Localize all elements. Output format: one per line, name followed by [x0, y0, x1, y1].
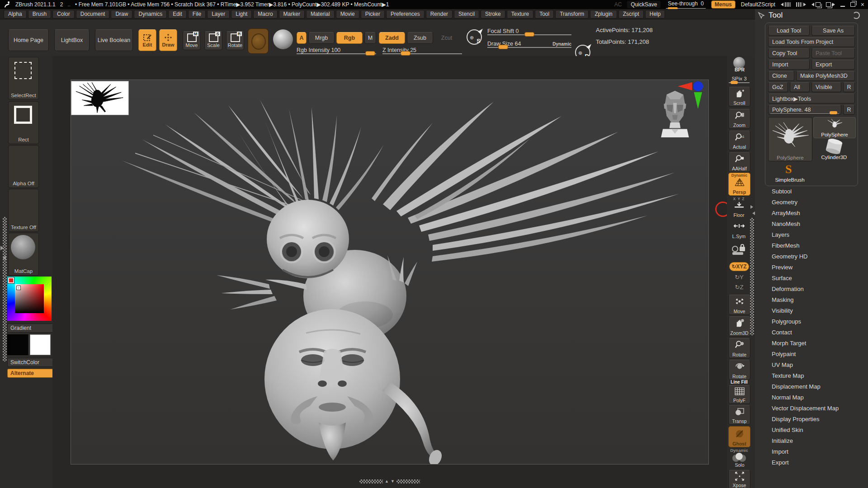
rgb-intensity-knob[interactable]: [365, 51, 375, 56]
persp-button[interactable]: Dynamic Persp: [728, 173, 750, 196]
tool-section-item[interactable]: Polygroups: [772, 316, 839, 327]
z-intensity-slider[interactable]: Z Intensity 25: [382, 46, 462, 56]
menu-item[interactable]: Material: [306, 10, 335, 19]
select-rect-thumbnail[interactable]: SelectRect: [8, 57, 39, 100]
solo-button[interactable]: Solo: [731, 452, 749, 468]
menu-item[interactable]: Alpha: [4, 10, 27, 19]
title-ellipsis[interactable]: ..: [67, 1, 71, 8]
palette-cursor-icon[interactable]: [758, 12, 765, 19]
rgb-intensity-slider[interactable]: Rgb Intensity 100: [297, 46, 376, 56]
secondary-color-swatch[interactable]: [30, 334, 51, 355]
menu-item[interactable]: Stencil: [454, 10, 479, 19]
load-tools-from-project-button[interactable]: Load Tools From Project: [768, 37, 855, 47]
see-through-slider[interactable]: See-through 0: [666, 0, 705, 9]
zadd-button[interactable]: Zadd: [379, 32, 405, 44]
menu-item[interactable]: Draw: [111, 10, 132, 19]
make-polymesh3d-button[interactable]: Make PolyMesh3D: [796, 71, 855, 81]
tool-section-item[interactable]: Visibility: [772, 305, 839, 316]
home-page-button[interactable]: Home Page: [8, 29, 49, 51]
recent-tool-polysphere[interactable]: PolySphere: [813, 117, 856, 138]
menu-item[interactable]: Zscript: [618, 10, 644, 19]
matcap-thumbnail[interactable]: MatCap Gray: [8, 233, 39, 276]
xpose-button[interactable]: Xpose: [728, 470, 750, 488]
aahalf-button[interactable]: AAHalf: [728, 152, 750, 172]
tool-section-item[interactable]: Subtool: [772, 186, 839, 197]
color-picker[interactable]: [7, 277, 52, 321]
menu-item[interactable]: Marker: [279, 10, 305, 19]
rgb-button[interactable]: Rgb: [336, 32, 363, 44]
menu-item[interactable]: Transform: [555, 10, 589, 19]
axis-gizmo[interactable]: [677, 80, 708, 112]
menu-item[interactable]: Tool: [535, 10, 554, 19]
shelf-open-arrow-icon[interactable]: [750, 205, 755, 209]
polyframe-button[interactable]: PolyF: [728, 385, 750, 404]
texture-off-thumbnail[interactable]: Texture Off: [8, 189, 39, 232]
tray-divider-right-icon[interactable]: [796, 2, 806, 7]
menu-item[interactable]: Zplugin: [590, 10, 617, 19]
zscript-label[interactable]: DefaultZScript: [741, 1, 775, 8]
scale-button[interactable]: S Scale: [204, 31, 222, 50]
draw-button[interactable]: Draw: [159, 29, 177, 51]
bottom-tray-grip[interactable]: ▲ ▼: [359, 479, 423, 483]
layout-next-icon[interactable]: [826, 2, 835, 7]
tray-close-arrow-icon[interactable]: [0, 256, 6, 260]
camera-lock-button[interactable]: [731, 243, 749, 258]
menu-item[interactable]: Dynamics: [134, 10, 167, 19]
tool-section-item[interactable]: Polypaint: [772, 349, 839, 360]
transp-button[interactable]: Transp: [728, 405, 750, 425]
menus-toggle-button[interactable]: Menus: [711, 0, 736, 9]
floor-button[interactable]: X Y Z Floor: [728, 197, 750, 218]
tool-section-item[interactable]: Masking: [772, 295, 839, 305]
tool-section-item[interactable]: Display Properties: [772, 414, 839, 425]
lightbox-button[interactable]: LightBox: [54, 29, 90, 51]
move-button[interactable]: M Move: [183, 31, 201, 50]
menu-item[interactable]: Edit: [168, 10, 187, 19]
goz-button[interactable]: GoZ: [768, 82, 788, 92]
left-tray-scrollbar[interactable]: [3, 217, 7, 361]
tray-open-arrow-icon[interactable]: [0, 246, 6, 250]
tool-section-item[interactable]: Geometry HD: [772, 251, 839, 262]
rotate-y-button[interactable]: ↻Y: [727, 274, 751, 281]
ghost-button[interactable]: Ghost: [728, 426, 750, 447]
menu-item[interactable]: Color: [52, 10, 75, 19]
frame-button[interactable]: Move: [728, 295, 750, 315]
rotate-z-button[interactable]: ↻Z: [727, 284, 751, 291]
menu-item[interactable]: Movie: [336, 10, 359, 19]
tool-section-item[interactable]: UV Map: [772, 360, 839, 371]
restore-button[interactable]: [850, 2, 855, 7]
document-thumbnail[interactable]: [71, 81, 129, 115]
focal-shift-slider[interactable]: Focal Shift 0: [487, 27, 571, 37]
switch-color-button[interactable]: SwitchColor: [7, 358, 54, 367]
menu-item[interactable]: Layer: [207, 10, 230, 19]
draw-size-knob[interactable]: [498, 45, 508, 49]
current-brush-thumbnail[interactable]: [248, 28, 269, 54]
tool-section-item[interactable]: Vector Displacement Map: [772, 403, 839, 414]
stroke-icon[interactable]: ⊕S: [467, 29, 482, 45]
spix-knob[interactable]: [731, 81, 738, 84]
menu-item[interactable]: File: [188, 10, 206, 19]
copy-tool-button[interactable]: Copy Tool: [768, 48, 810, 58]
z-intensity-knob[interactable]: [401, 51, 410, 56]
tool-section-item[interactable]: Contact: [772, 327, 839, 338]
tray-up-arrow-icon[interactable]: ▲: [385, 479, 389, 483]
rotate3d-button[interactable]: Rotate: [728, 360, 750, 380]
scroll-button[interactable]: Scroll: [728, 87, 750, 107]
main-color-swatch[interactable]: [7, 334, 28, 355]
tool-section-item[interactable]: Initialize: [772, 436, 839, 446]
recent-tool-simplebrush[interactable]: S SimpleBrush: [768, 162, 811, 183]
menu-item[interactable]: Picker: [361, 10, 385, 19]
tool-section-item[interactable]: Displacement Map: [772, 381, 839, 392]
tool-section-item[interactable]: Surface: [772, 273, 839, 284]
m-button[interactable]: M: [364, 32, 376, 44]
quicksave-button[interactable]: QuickSave: [627, 1, 660, 8]
export-button[interactable]: Export: [811, 60, 855, 70]
live-boolean-button[interactable]: Live Boolean: [95, 29, 133, 51]
alpha-off-thumbnail[interactable]: Alpha Off: [8, 145, 39, 188]
right-shelf-scrollbar[interactable]: [750, 218, 754, 335]
tool-section-item[interactable]: Normal Map: [772, 392, 839, 403]
mrgb-button[interactable]: Mrgb: [308, 32, 335, 44]
tray-divider-left-icon[interactable]: [781, 2, 791, 7]
tool-section-item[interactable]: Preview: [772, 262, 839, 273]
polysphere-slider[interactable]: PolySphere. 48: [768, 105, 841, 115]
rotate-xyz-button[interactable]: ↻XYZ: [729, 262, 749, 271]
